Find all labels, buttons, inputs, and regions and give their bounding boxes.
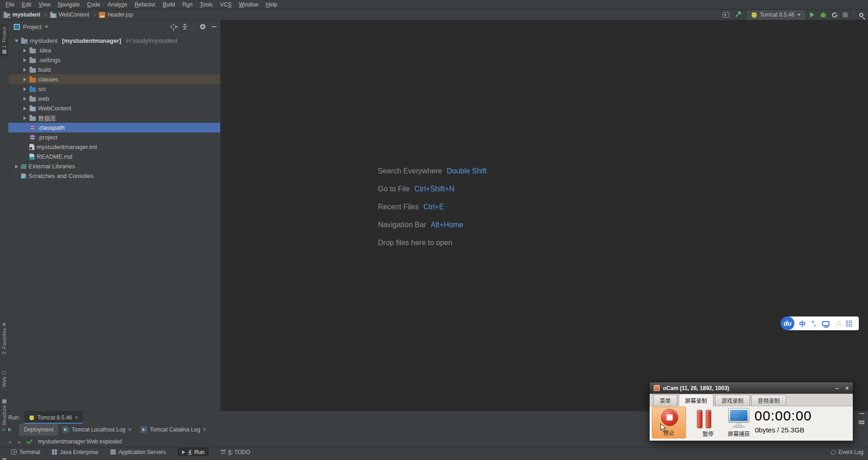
menu-help[interactable]: Help [262,0,281,9]
close-tab-icon[interactable]: × [203,427,206,432]
collapsed-arrow-icon[interactable] [23,97,26,101]
toolwindow-todo[interactable]: 6: TODO [221,448,251,457]
chevron-down-icon[interactable] [45,26,48,28]
menu-run[interactable]: Run [179,0,196,9]
stop-button[interactable] [843,12,848,17]
locate-file-icon[interactable] [171,24,176,29]
tree-row-web[interactable]: web [8,94,220,104]
toolwindow-java-enterprise[interactable]: Java Enterprise [52,448,98,457]
ocam-pause-button[interactable]: 暂停 [696,406,720,439]
breadcrumb-project[interactable]: mystudent [3,12,41,18]
menu-refactor[interactable]: Refactor [131,0,159,9]
menu-view[interactable]: View [35,0,54,9]
run-with-coverage-icon[interactable] [832,12,837,17]
ocam-tab-menu[interactable]: 菜单 [653,395,677,406]
menu-tools[interactable]: Tools [196,0,217,9]
menu-navigate[interactable]: Navigate [54,0,83,9]
collapse-all-icon[interactable] [183,24,187,29]
expand-chevron-icon[interactable]: » [8,438,12,445]
shortcut-label: Navigation Bar [378,221,426,229]
event-log-button[interactable]: Event Log [831,448,863,457]
toolwindow-application-servers[interactable]: Application Servers [110,448,166,457]
menu-window[interactable]: Window [235,0,262,9]
menu-build[interactable]: Build [159,0,179,9]
hide-panel-icon[interactable] [211,26,217,27]
stripe-structure[interactable]: 7: Structure [0,399,8,431]
tab-tomcat-catalina-log[interactable]: Tomcat Catalina Log × [136,424,211,436]
breadcrumb-webcontent[interactable]: WebContent [49,12,91,18]
menu-file[interactable]: File [2,0,18,9]
baidu-logo[interactable]: du [781,316,794,330]
ocam-tab-game-record[interactable]: 游戏录制 [715,395,750,406]
collapsed-arrow-icon[interactable] [23,68,26,72]
stripe-project[interactable]: 1: Project [0,24,8,57]
ocam-screen-capture-button[interactable]: 屏幕捕获 [723,406,754,439]
ocam-tab-audio-record[interactable]: 音频录制 [751,395,786,406]
collapsed-arrow-icon[interactable] [15,165,18,168]
build-hammer-icon[interactable] [735,11,742,18]
run-config-tab[interactable]: Tomcat 8.5.46 × [24,411,82,424]
run-button[interactable] [810,12,814,17]
collapsed-arrow-icon[interactable] [23,58,26,62]
show-toolwindow-icon[interactable] [723,12,729,17]
collapsed-arrow-icon[interactable] [23,107,26,110]
project-panel-title[interactable]: Project [23,23,41,30]
tree-row-idea[interactable]: .idea [8,46,220,55]
rerun-button[interactable] [8,427,11,432]
stripe-favorites[interactable]: 2: Favorites [0,322,8,354]
ime-menu-grid-icon[interactable] [846,321,852,327]
menu-code[interactable]: Code [83,0,104,9]
tree-row-iml[interactable]: mystudentmanager.iml [8,142,220,152]
tree-row-build[interactable]: build [8,65,220,75]
collapsed-arrow-icon[interactable] [23,49,26,52]
menu-analyze[interactable]: Analyze [104,0,131,9]
tree-row-classpath[interactable]: .classpath [8,123,220,132]
source-folder-icon [29,87,36,92]
settings-gear-icon[interactable] [200,24,205,29]
structure-toolwindow-icon [2,399,6,403]
ocam-title-bar[interactable]: oCam (11, 26, 1892, 1003) – × [650,382,853,394]
ocam-minimize-button[interactable]: – [835,385,839,391]
tree-row-scratches[interactable]: Scratches and Consoles [8,171,220,181]
toolwindow-terminal[interactable]: Terminal [11,448,40,457]
expand-chevron-icon[interactable]: » [17,438,21,445]
tree-row-external-libraries[interactable]: External Libraries [8,161,220,171]
toolwindow-toggle-icon[interactable] [2,458,6,460]
tab-tomcat-localhost-log[interactable]: Tomcat Localhost Log × [58,424,136,436]
collapsed-arrow-icon[interactable] [23,78,26,81]
ime-soft-keyboard-icon[interactable] [822,321,829,326]
empty-editor-shortcuts: Search EverywhereDouble Shift Go to File… [378,162,487,252]
tree-row-settings[interactable]: .settings [8,55,220,65]
expanded-arrow-icon[interactable] [15,40,18,42]
run-configuration-select[interactable]: Tomcat 8.5.46 [748,11,805,19]
tree-row-src[interactable]: src [8,84,220,94]
ocam-stop-button[interactable]: 停止 [652,407,686,438]
ime-punctuation-button[interactable]: °, [811,320,816,327]
tree-row-root[interactable]: mystudent[mystudentmanager]H:\study\myst… [8,36,220,46]
menu-vcs[interactable]: VCS [217,0,235,9]
debug-bug-icon[interactable] [820,12,827,18]
stripe-web[interactable]: Web [0,371,8,387]
ime-chinese-mode-button[interactable]: 中 [799,319,805,328]
ocam-close-button[interactable]: × [845,385,849,391]
tree-row-readme[interactable]: README.md [8,152,220,161]
tree-row-database[interactable]: 数据库 [8,113,220,123]
hide-panel-icon[interactable] [859,413,864,414]
breadcrumb-file[interactable]: JSP header.jsp [98,12,134,18]
tree-row-project-file[interactable]: .project [8,132,220,142]
ime-account-icon[interactable] [835,321,840,326]
project-tree: mystudent[mystudentmanager]H:\study\myst… [8,36,220,181]
search-everywhere-icon[interactable] [859,13,863,17]
tree-row-classes[interactable]: classes [8,75,220,84]
collapsed-arrow-icon[interactable] [23,87,26,91]
tree-row-webcontent[interactable]: WebContent [8,104,220,113]
ocam-tab-screen-record[interactable]: 屏幕录制 [679,394,714,406]
restore-layout-icon[interactable] [859,420,864,425]
tab-deployment[interactable]: Deployment [19,424,58,436]
close-tab-icon[interactable]: × [75,415,78,420]
toolwindow-run[interactable]: 4: Run [178,448,208,457]
shortcut-keys: Double Shift [447,167,487,175]
collapsed-arrow-icon[interactable] [23,116,26,120]
close-tab-icon[interactable]: × [128,427,131,432]
menu-edit[interactable]: Edit [18,0,35,9]
